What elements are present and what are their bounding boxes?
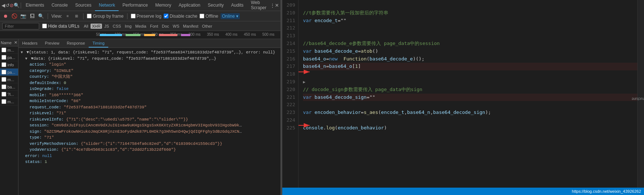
filter-btn[interactable]: ⛾ [29, 13, 35, 20]
list-item[interactable]: ?l... [0, 91, 18, 98]
item-checkbox[interactable] [1, 92, 6, 97]
filter-font[interactable]: Font [149, 24, 160, 29]
search-network-btn[interactable]: 🔍 [38, 13, 44, 20]
tab-network[interactable]: Network [95, 0, 119, 11]
field-category: category: "SINGLE" [21, 68, 278, 74]
filter-media[interactable]: Media [134, 24, 148, 29]
code-line-218 [303, 70, 637, 78]
timeline-row: 50 ms 100 ms 150 ms 200 ms 250 ms 300 ms… [0, 31, 280, 39]
filter-doc[interactable]: Doc [160, 24, 171, 29]
item-checkbox[interactable] [1, 55, 6, 60]
item-checkbox[interactable] [1, 70, 6, 74]
code-line-221: var base64_decode_sign ="" [303, 94, 637, 101]
item-checkbox[interactable] [1, 84, 6, 89]
code-line-213 [303, 32, 637, 40]
list-item[interactable]: pa... [0, 54, 18, 61]
refresh-btn[interactable]: ↺ [6, 2, 10, 9]
search-btn[interactable]: 🔍 [14, 2, 20, 9]
grid-view-btn[interactable]: ⊞ [73, 13, 80, 20]
filter-js[interactable]: JS [103, 24, 110, 29]
clear-network-btn[interactable]: 🚫 [11, 13, 18, 20]
code-line-219: ▶ [303, 78, 637, 86]
toolbar-sep4 [127, 13, 127, 19]
field-risklevelinfo: riskLevelInfo: {"71":{"desc":"\u6ed1\u57… [21, 116, 278, 123]
devtools-settings-btn[interactable]: ⋮ [270, 2, 275, 9]
line-num-223: 223 [282, 109, 295, 116]
list-item[interactable]: info [0, 61, 18, 69]
code-line-211: var encode_t ="" [303, 17, 637, 25]
list-view-btn[interactable]: ≡ [64, 13, 71, 20]
group-by-frame-checkbox[interactable] [87, 14, 92, 18]
field-mobileintercode: mobileInterCode: "86" [21, 98, 278, 104]
tab-sources[interactable]: Sources [71, 0, 95, 11]
detail-tab-preview[interactable]: Preview [41, 39, 63, 48]
structure-label: Structure [632, 97, 644, 101]
item-label: pa... [7, 70, 15, 74]
filter-all[interactable]: All [82, 24, 90, 29]
filter-img[interactable]: Img [123, 24, 133, 29]
item-checkbox[interactable] [1, 62, 6, 67]
detail-tab-headers[interactable]: Headers [18, 39, 41, 48]
tab-audits[interactable]: Audits [228, 0, 247, 11]
expand-arrow2[interactable]: ▼ [25, 57, 27, 61]
item-label: ba... [7, 85, 15, 89]
clear-btn[interactable]: ⊘ [10, 2, 14, 9]
bottom-bar: https://blog.csdn.net/weixin_43926262 [282, 188, 644, 195]
tab-security[interactable]: Security [204, 0, 227, 11]
code-line-223: var encoden_behavior = s_aes ( encode_t … [303, 109, 637, 116]
code-line-222 [303, 101, 637, 109]
filter-other[interactable]: Other [201, 24, 214, 29]
timeline-label-500: 500 ms [262, 32, 275, 36]
online-dropdown[interactable]: Online ▾ [221, 13, 240, 19]
field-session: session: "cmV0dXJuIFsyLCAncmV0dXJuIG1vaw… [21, 122, 242, 129]
list-item[interactable]: ba... [0, 83, 18, 91]
camera-btn[interactable]: 📷 [20, 13, 27, 20]
list-item[interactable]: m... [0, 46, 18, 54]
filter-xhr[interactable]: XHR [91, 24, 102, 29]
detail-tab-response[interactable]: Response [63, 39, 89, 48]
list-item[interactable]: m... [0, 76, 18, 83]
list-item[interactable]: m... [0, 98, 18, 105]
item-checkbox[interactable] [1, 48, 6, 52]
filter-input[interactable] [2, 23, 39, 29]
tab-elements[interactable]: Elements [22, 0, 48, 11]
list-item-selected[interactable]: pa... [0, 69, 18, 76]
disable-cache-checkbox[interactable] [164, 14, 168, 18]
filter-manifest[interactable]: Manifest [181, 24, 200, 29]
timeline-bar-orange [144, 34, 155, 36]
item-label: pa... [7, 55, 15, 60]
devtools-close-btn[interactable]: ✕ [275, 2, 279, 9]
item-checkbox[interactable] [1, 77, 6, 82]
close-panel-btn[interactable]: ✕ [14, 40, 17, 45]
offline-checkbox[interactable] [200, 14, 204, 18]
line-num-215: 215 [282, 48, 295, 55]
record-btn[interactable]: ⏺ [2, 13, 9, 20]
timeline-label-450: 450 ms [244, 32, 256, 36]
expand-arrow[interactable]: ▼ [21, 51, 23, 55]
line-num-222: 222 [282, 101, 295, 109]
timeline-bar-purple [181, 34, 190, 36]
tab-console[interactable]: Console [48, 0, 71, 11]
filter-css[interactable]: CSS [111, 24, 123, 29]
detail-tabs: Headers Preview Response Timing [18, 39, 280, 48]
tab-memory[interactable]: Memory [151, 0, 175, 11]
timeline-bar-green [126, 34, 140, 36]
line-num-213: 213 [282, 32, 295, 40]
filter-ws[interactable]: WS [171, 24, 181, 29]
field-yodaversion: yodaVersion: {"i":"4ce7db45663c1c83","d"… [21, 147, 278, 153]
code-line-216: base64_o = new Function ( base64_decode_… [303, 55, 637, 63]
expand-219[interactable]: ▶ [303, 79, 306, 86]
tab-performance[interactable]: Performance [119, 0, 151, 11]
back-btn[interactable]: ◀ [1, 2, 6, 9]
tab-webscraper[interactable]: Web Scraper [247, 0, 270, 11]
toolbar-sep2 [48, 13, 48, 19]
code-line-217: base64_n = base64_o [ 1 ] [303, 63, 637, 70]
hide-data-urls-checkbox[interactable] [42, 24, 47, 28]
network-list: Name ✕ m... pa... info pa... m... ba... … [0, 39, 18, 195]
preserve-log-checkbox[interactable] [131, 14, 136, 18]
code-area: 209 210 211 212 213 214 215 216 217 218 … [282, 0, 644, 188]
tab-application[interactable]: Application [175, 0, 204, 11]
item-checkbox[interactable] [1, 99, 6, 104]
field-status: status: 1 [21, 159, 278, 165]
detail-tab-timing[interactable]: Timing [89, 39, 108, 48]
